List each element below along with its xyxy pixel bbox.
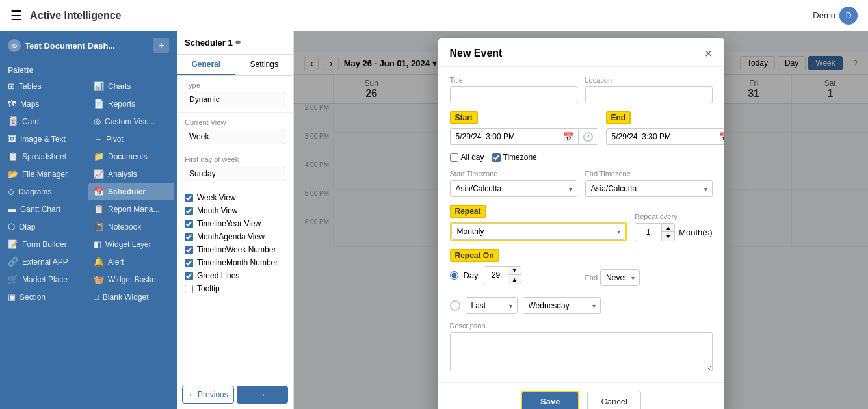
current-view-value: Week	[185, 129, 285, 144]
title-input[interactable]	[450, 86, 577, 103]
start-calendar-icon[interactable]: 📅	[559, 129, 578, 144]
checkbox-timeline-month[interactable]: TimelineMonth Number	[185, 256, 285, 269]
first-day-section: First day of week Sunday	[177, 150, 293, 187]
blank-widget-icon: □	[94, 292, 99, 302]
app-title: Active Intelligence	[30, 10, 813, 21]
end-tz-label: End Timezone	[585, 170, 713, 178]
start-clock-icon[interactable]: 🕐	[578, 129, 598, 144]
avatar: D	[839, 7, 858, 25]
day-radio[interactable]	[450, 271, 458, 280]
next-button[interactable]: →	[237, 386, 289, 404]
palette-label: Palette	[0, 60, 177, 77]
cancel-button[interactable]: Cancel	[587, 391, 640, 409]
charts-icon: 📊	[94, 81, 104, 91]
checkbox-week-view[interactable]: Week View	[185, 191, 285, 204]
sidebar-item-file-manager[interactable]: 📂 File Manager	[3, 165, 88, 183]
allday-checkbox[interactable]	[450, 153, 458, 162]
checkbox-month-view[interactable]: Month View	[185, 204, 285, 217]
alert-icon: 🔔	[94, 257, 104, 267]
tab-general[interactable]: General	[177, 55, 235, 75]
sidebar-item-gantt-chart[interactable]: ▬ Gantt Chart	[3, 200, 88, 218]
end-group: End 5/29/24 3:30 PM 📅 🕐	[606, 111, 724, 145]
end-select-wrapper: Never After On date ▾	[600, 269, 640, 286]
checkbox-tooltip[interactable]: Tooltip	[185, 282, 285, 295]
weekday-select-wrapper: Sunday Monday Tuesday Wednesday Thursday…	[523, 297, 601, 314]
end-tz-select[interactable]: Asia/Calcutta UTC America/New_York	[585, 180, 713, 197]
sidebar-item-reports[interactable]: 📄 Reports	[88, 95, 174, 112]
sidebar-item-external-app[interactable]: 🔗 External APP	[3, 253, 88, 270]
end-datetime-input[interactable]: 5/29/24 3:30 PM	[607, 129, 715, 144]
modal-close-button[interactable]: ×	[705, 47, 713, 60]
repeat-every-up[interactable]: ▲	[661, 224, 674, 232]
repeat-every-down[interactable]: ▼	[661, 232, 674, 241]
sidebar-item-custom-visu[interactable]: ◎ Custom Visu...	[88, 112, 174, 130]
current-view-label: Current View	[185, 118, 285, 126]
olap-icon: ⬡	[8, 222, 15, 231]
repeat-every-input[interactable]	[635, 225, 661, 239]
sidebar-item-widget-layer[interactable]: ◧ Widget Layer	[88, 235, 174, 253]
sidebar-item-olap[interactable]: ⬡ Olap	[3, 218, 88, 235]
timezone-checkbox[interactable]	[492, 153, 501, 162]
previous-button[interactable]: ← Previous	[182, 386, 234, 404]
scheduler-panel-header: Scheduler 1 ✏	[177, 31, 293, 55]
sidebar-item-section[interactable]: ▣ Section	[3, 288, 88, 306]
sidebar-item-widget-basket[interactable]: 🧺 Widget Basket	[88, 270, 174, 288]
day-stepper-up[interactable]: ▲	[508, 275, 521, 284]
scheduler-label: Scheduler	[108, 187, 146, 196]
sidebar-item-alert[interactable]: 🔔 Alert	[88, 253, 174, 270]
sidebar-item-image-text[interactable]: 🖼 Image & Text	[3, 130, 88, 148]
sidebar-item-report-mana[interactable]: 📋 Report Mana...	[88, 200, 174, 218]
description-textarea[interactable]	[450, 332, 713, 371]
allday-check[interactable]: All day	[450, 153, 484, 162]
add-widget-button[interactable]: +	[153, 38, 169, 53]
sidebar-item-card[interactable]: 🃏 Card	[3, 112, 88, 130]
checkbox-month-agenda[interactable]: MonthAgenda View	[185, 230, 285, 243]
sidebar-item-spreadsheet[interactable]: 📋 Spreadsheet	[3, 148, 88, 165]
end-calendar-icon[interactable]: 📅	[715, 129, 724, 144]
end-select[interactable]: Never After On date	[600, 269, 640, 286]
timezone-check[interactable]: Timezone	[492, 153, 537, 162]
sidebar-item-pivot[interactable]: ↔ Pivot	[88, 130, 174, 148]
custom-visu-icon: ◎	[94, 116, 101, 126]
file-manager-icon: 📂	[8, 169, 18, 179]
hamburger-menu[interactable]: ☰	[10, 8, 22, 23]
tables-label: Tables	[19, 82, 42, 91]
day-stepper-input[interactable]	[484, 268, 508, 282]
sidebar-item-form-builder[interactable]: 📝 Form Builder	[3, 235, 88, 253]
last-wednesday-row: First Second Third Fourth Last ▾	[450, 297, 713, 314]
sidebar-item-notebook[interactable]: 📓 Notebook	[88, 218, 174, 235]
sidebar-item-analysis[interactable]: 📈 Analysis	[88, 165, 174, 183]
weekday-select[interactable]: Sunday Monday Tuesday Wednesday Thursday…	[523, 297, 601, 314]
repeat-group: Repeat Never Daily Weekly Monthly Yearly…	[450, 205, 627, 241]
last-select[interactable]: First Second Third Fourth Last	[466, 297, 518, 314]
spreadsheet-label: Spreadsheet	[22, 152, 66, 161]
user-menu[interactable]: Demo D	[813, 7, 858, 25]
sidebar-item-charts[interactable]: 📊 Charts	[88, 77, 174, 95]
day-stepper-btns: ▼ ▲	[508, 267, 521, 284]
save-button[interactable]: Save	[521, 391, 579, 409]
tab-settings[interactable]: Settings	[235, 55, 294, 75]
sidebar-item-blank-widget[interactable]: □ Blank Widget	[88, 288, 174, 306]
repeat-every-label: Repeat every	[635, 213, 712, 220]
sidebar-item-maps[interactable]: 🗺 Maps	[3, 95, 88, 112]
modal-overlay: New Event × Title Location	[294, 31, 868, 409]
start-group: Start 5/29/24 3:00 PM 📅 🕐	[450, 111, 598, 145]
sidebar-item-tables[interactable]: ⊞ Tables	[3, 77, 88, 95]
edit-scheduler-icon[interactable]: ✏	[235, 38, 241, 47]
sidebar-item-scheduler[interactable]: 📅 Scheduler	[88, 183, 174, 200]
sidebar-item-documents[interactable]: 📁 Documents	[88, 148, 174, 165]
checkbox-timeline-week[interactable]: TimelineWeek Number	[185, 243, 285, 256]
reports-icon: 📄	[94, 99, 104, 109]
start-tz-select[interactable]: Asia/Calcutta UTC America/New_York	[450, 180, 577, 197]
repeat-select[interactable]: Never Daily Weekly Monthly Yearly	[451, 223, 626, 240]
start-datetime-input[interactable]: 5/29/24 3:00 PM	[451, 129, 559, 144]
checkbox-greed-lines[interactable]: Greed Lines	[185, 269, 285, 282]
tables-icon: ⊞	[8, 81, 15, 91]
last-radio[interactable]	[450, 300, 460, 311]
checkbox-timeline-year[interactable]: TimelineYear View	[185, 217, 285, 230]
sidebar-item-diagrams[interactable]: ◇ Diagrams	[3, 183, 88, 200]
end-never-group: End Never After On date ▾	[585, 269, 713, 286]
day-stepper-down[interactable]: ▼	[508, 267, 521, 275]
sidebar-item-market-place[interactable]: 🛒 Market Place	[3, 270, 88, 288]
location-input[interactable]	[585, 86, 713, 103]
